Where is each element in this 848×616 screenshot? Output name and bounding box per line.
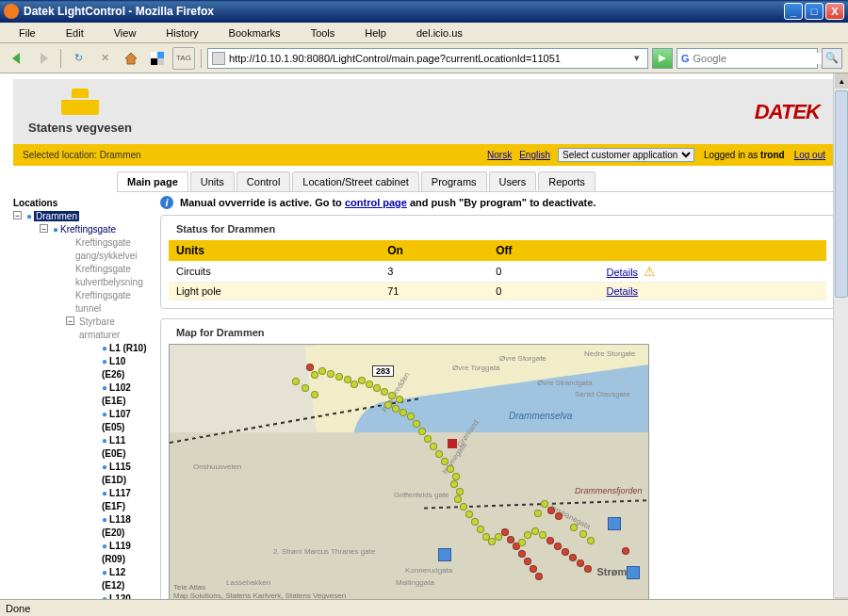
scroll-thumb[interactable] <box>835 90 848 298</box>
map-light-dot[interactable] <box>400 409 407 416</box>
map-light-dot[interactable] <box>584 565 592 573</box>
light-item[interactable]: ●L102 (E1E) <box>92 381 149 408</box>
map-light-dot[interactable] <box>292 378 300 385</box>
map-light-dot[interactable] <box>311 391 318 398</box>
tab-control[interactable]: Control <box>236 171 290 191</box>
map-light-dot[interactable] <box>358 377 366 384</box>
menu-view[interactable]: View <box>99 25 152 41</box>
tree-root[interactable]: Drammen <box>34 211 79 221</box>
map-light-dot[interactable] <box>456 488 464 495</box>
stop-button[interactable]: ✕ <box>93 47 116 70</box>
map-light-dot[interactable] <box>534 510 542 517</box>
map-light-dot[interactable] <box>518 539 526 546</box>
tag-icon[interactable]: TAG <box>172 47 195 70</box>
map-light-dot[interactable] <box>465 511 473 518</box>
tree-toggle[interactable]: − <box>13 211 22 219</box>
logout-link[interactable]: Log out <box>794 150 825 160</box>
map-light-dot[interactable] <box>554 543 562 550</box>
map-cabinet-icon[interactable] <box>608 517 621 530</box>
home-button[interactable] <box>120 47 142 70</box>
map-light-dot[interactable] <box>454 495 462 503</box>
map-light-dot[interactable] <box>562 548 569 556</box>
light-item[interactable]: ●L119 (R09) <box>92 540 149 566</box>
map-light-dot[interactable] <box>622 547 629 555</box>
light-item[interactable]: ●L118 (E20) <box>92 513 149 540</box>
map-light-dot[interactable] <box>311 371 318 379</box>
map[interactable]: Drammenselva Drammensfjorden Strømsø 283… <box>169 344 649 603</box>
map-light-dot[interactable] <box>570 524 578 531</box>
map-light-dot[interactable] <box>424 435 432 443</box>
map-light-dot[interactable] <box>392 405 400 413</box>
map-light-dot[interactable] <box>535 573 543 580</box>
map-cabinet-icon[interactable] <box>627 566 640 579</box>
map-light-dot[interactable] <box>407 413 415 420</box>
search-input[interactable] <box>693 53 824 64</box>
map-light-dot[interactable] <box>471 518 479 526</box>
map-light-dot[interactable] <box>541 500 548 508</box>
light-item[interactable]: ●L115 (E1D) <box>92 461 149 487</box>
search-button[interactable]: 🔍 <box>822 48 842 69</box>
map-light-dot[interactable] <box>531 527 539 535</box>
lang-norsk[interactable]: Norsk <box>487 150 512 160</box>
light-item[interactable]: ●L11 (E0E) <box>92 434 149 461</box>
map-light-dot[interactable] <box>555 512 563 520</box>
map-light-dot[interactable] <box>413 420 420 428</box>
light-item[interactable]: ●L117 (E1F) <box>92 487 149 513</box>
map-light-dot[interactable] <box>302 384 309 392</box>
minimize-button[interactable]: _ <box>784 3 803 20</box>
map-light-dot[interactable] <box>388 392 396 399</box>
url-dropdown[interactable]: ▾ <box>630 52 644 64</box>
map-light-dot[interactable] <box>327 370 334 378</box>
tab-reports[interactable]: Reports <box>538 171 595 191</box>
tree-node-styr[interactable]: Styrbare armaturer <box>79 316 120 340</box>
map-light-dot[interactable] <box>430 443 437 450</box>
map-light-dot[interactable] <box>418 428 426 435</box>
tree-toggle[interactable]: − <box>66 316 74 325</box>
map-light-dot[interactable] <box>518 550 526 558</box>
menu-bookmarks[interactable]: Bookmarks <box>214 25 296 41</box>
map-light-dot[interactable] <box>441 458 448 465</box>
lang-english[interactable]: English <box>519 150 550 160</box>
map-light-dot[interactable] <box>306 364 314 371</box>
light-item[interactable]: ●L12 (E12) <box>92 566 149 592</box>
map-light-dot[interactable] <box>447 465 454 473</box>
light-item[interactable]: ●L10 (E26) <box>92 355 149 381</box>
control-page-link[interactable]: control page <box>345 197 407 208</box>
map-light-dot[interactable] <box>501 528 509 536</box>
map-light-dot[interactable] <box>524 558 531 565</box>
map-light-dot[interactable] <box>452 473 460 480</box>
map-light-dot[interactable] <box>384 401 392 409</box>
menu-help[interactable]: Help <box>350 25 401 41</box>
tab-users[interactable]: Users <box>489 171 537 191</box>
light-item[interactable]: ●L107 (E05) <box>92 408 149 434</box>
menu-file[interactable]: File <box>4 25 51 41</box>
map-light-dot[interactable] <box>373 384 381 392</box>
details-link[interactable]: Details <box>606 267 638 278</box>
map-light-dot[interactable] <box>460 503 467 511</box>
tree-leaf[interactable]: Kreftingsgate kulvertbelysning <box>66 263 149 289</box>
map-light-dot[interactable] <box>579 530 587 538</box>
map-light-dot[interactable] <box>530 565 537 573</box>
tree-toggle[interactable]: − <box>40 224 48 233</box>
close-button[interactable]: X <box>825 3 844 20</box>
map-light-dot[interactable] <box>435 450 443 458</box>
map-light-dot[interactable] <box>477 526 484 533</box>
maximize-button[interactable]: □ <box>805 3 824 20</box>
search-box[interactable]: G <box>677 48 818 69</box>
tree-leaf[interactable]: Kreftingsgate tunnel <box>66 289 149 316</box>
tab-programs[interactable]: Programs <box>421 171 487 191</box>
map-light-dot[interactable] <box>335 373 343 381</box>
tab-mainpage[interactable]: Main page <box>117 171 188 191</box>
details-link[interactable]: Details <box>606 285 638 297</box>
menu-history[interactable]: History <box>151 25 213 41</box>
map-light-dot[interactable] <box>450 480 458 488</box>
map-cabinet-icon[interactable] <box>438 548 451 561</box>
back-button[interactable] <box>6 47 28 70</box>
map-light-dot[interactable] <box>577 559 584 567</box>
go-button[interactable] <box>652 48 673 69</box>
map-light-dot[interactable] <box>546 537 554 544</box>
menu-delicious[interactable]: del.icio.us <box>401 25 478 41</box>
map-marker-square[interactable] <box>448 439 457 448</box>
map-light-dot[interactable] <box>524 531 531 539</box>
light-item[interactable]: ●L1 (R10) <box>92 342 149 355</box>
